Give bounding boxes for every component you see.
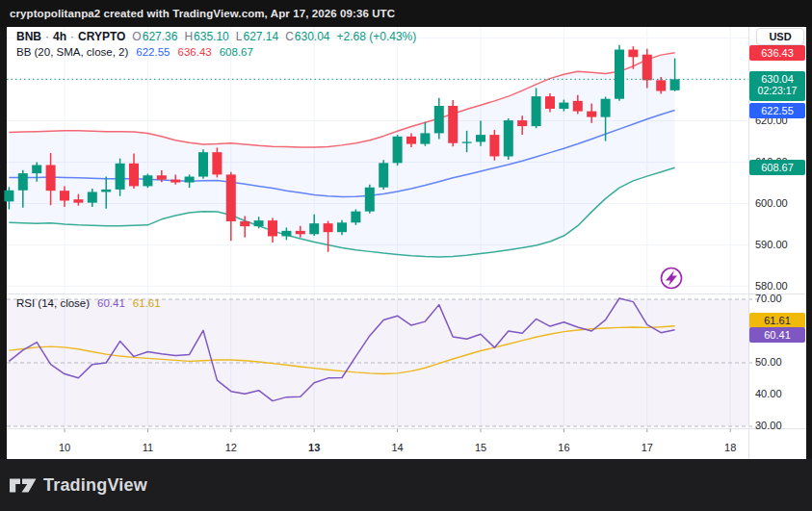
candle-body	[434, 106, 444, 133]
rsi-axis-label: 40.00	[755, 388, 805, 399]
candle-body	[129, 164, 139, 187]
candle-body	[157, 175, 167, 179]
rsi-axis-label: 50.00	[755, 356, 805, 368]
price-badge-value: 608.67	[761, 162, 794, 173]
price-axis-label: 590.00	[755, 239, 805, 250]
time-axis-label: 16	[548, 442, 579, 453]
price-badge-value: 636.43	[761, 47, 794, 59]
price-badge: 630.0402:23:17	[749, 71, 805, 101]
candle-body	[337, 222, 347, 232]
time-axis-label: 14	[382, 442, 413, 453]
candle-body	[185, 177, 195, 183]
time-axis-label: 17	[632, 442, 663, 453]
candle-body	[670, 79, 680, 90]
candle-body	[351, 212, 360, 223]
candle-body	[32, 166, 41, 174]
bb-lower-value: 608.67	[220, 46, 253, 58]
rsi-legend[interactable]: RSI (14, close) 60.41 61.61	[16, 297, 161, 309]
candle-body	[379, 163, 388, 187]
candle-body	[212, 152, 222, 174]
currency-toggle-button[interactable]: USD	[756, 28, 804, 45]
candle-body	[615, 50, 624, 99]
time-axis-label: 13	[299, 442, 329, 453]
rsi-badge: 60.41	[749, 327, 805, 343]
candle-body	[365, 188, 375, 212]
candle-body	[573, 101, 583, 112]
candle-body	[198, 152, 208, 176]
candle-body	[393, 137, 403, 164]
candle-body	[476, 135, 485, 141]
bb-legend[interactable]: BB (20, SMA, close, 2) 622.55 636.43 608…	[16, 46, 253, 58]
candle-body	[254, 220, 264, 226]
candle-body	[532, 96, 541, 126]
bb-basis-value: 622.55	[136, 46, 170, 58]
tradingview-logo-mark	[10, 476, 37, 495]
candle-body	[559, 103, 568, 109]
candle-body	[281, 231, 291, 237]
snapshot-attribution: cryptopolitanpa2 created with TradingVie…	[10, 8, 395, 19]
legend-separator: ·	[45, 30, 49, 43]
symbol-exchange: CRYPTO	[78, 30, 125, 43]
tradingview-logo[interactable]: TradingView	[10, 475, 147, 496]
footer-bar: TradingView	[0, 459, 812, 511]
title-bar: cryptopolitanpa2 created with TradingVie…	[0, 0, 812, 27]
candle-body	[642, 55, 652, 81]
candle-body	[46, 166, 56, 192]
rsi-axis-label: 30.00	[755, 420, 805, 431]
candle-body	[226, 174, 236, 221]
time-axis-label: 18	[715, 442, 746, 453]
symbol-name: BNB	[16, 30, 41, 43]
symbol-interval: 4h	[53, 30, 66, 43]
candle-body	[170, 180, 180, 183]
rsi-indicator-name: RSI (14, close)	[16, 297, 90, 309]
candle-body	[324, 223, 333, 232]
candle-body	[309, 223, 319, 234]
candle-body	[18, 173, 28, 191]
ohlc-low-value: 627.14	[243, 30, 278, 43]
candle-body	[601, 99, 611, 117]
legend-separator: ·	[70, 30, 74, 43]
bar-countdown: 02:23:17	[749, 85, 805, 97]
candle-body	[448, 106, 458, 143]
time-axis-label: 11	[132, 442, 163, 453]
price-change: +2.68 (+0.43%)	[337, 30, 417, 43]
bb-upper-value: 636.43	[178, 46, 212, 58]
ohlc-high-value: 635.10	[194, 30, 229, 43]
price-badge: 622.55	[749, 103, 805, 118]
candle-body	[88, 192, 97, 202]
rsi-badge: 61.61	[749, 313, 805, 328]
price-badge: 608.67	[749, 160, 805, 175]
time-axis-label: 12	[216, 442, 247, 453]
candle-body	[296, 231, 305, 234]
price-badge-value: 630.04	[761, 73, 794, 85]
candle-body	[628, 50, 638, 58]
candle-body	[4, 191, 13, 202]
candle-body	[60, 191, 69, 200]
candle-body	[504, 120, 513, 156]
lightning-marker[interactable]	[662, 268, 682, 289]
symbol-legend[interactable]: BNB · 4h · CRYPTO O627.36 H635.10 L627.1…	[16, 30, 416, 43]
candle-body	[73, 199, 83, 202]
time-axis-label: 15	[465, 442, 496, 453]
candle-body	[462, 141, 472, 142]
candle-body	[116, 164, 125, 190]
candle-body	[545, 96, 555, 109]
rsi-ma-value: 61.61	[133, 297, 161, 309]
tradingview-logo-text: TradingView	[43, 475, 147, 496]
ohlc-high-key: H	[184, 30, 193, 43]
ohlc-open-key: O	[132, 30, 141, 43]
candle-body	[587, 112, 596, 117]
ohlc-low-key: L	[236, 30, 243, 43]
bb-indicator-name: BB (20, SMA, close, 2)	[16, 46, 128, 58]
candle-body	[656, 80, 666, 90]
candle-body	[420, 133, 430, 143]
price-axis-label: 600.00	[755, 197, 805, 209]
ohlc-close-key: C	[285, 30, 294, 43]
rsi-axis-label: 70.00	[755, 293, 805, 304]
candle-body	[489, 135, 499, 156]
candle-body	[143, 175, 152, 186]
price-badge-value: 622.55	[761, 105, 794, 116]
candle-body	[517, 120, 527, 126]
ohlc-open-value: 627.36	[143, 30, 178, 43]
candle-body	[268, 220, 277, 236]
